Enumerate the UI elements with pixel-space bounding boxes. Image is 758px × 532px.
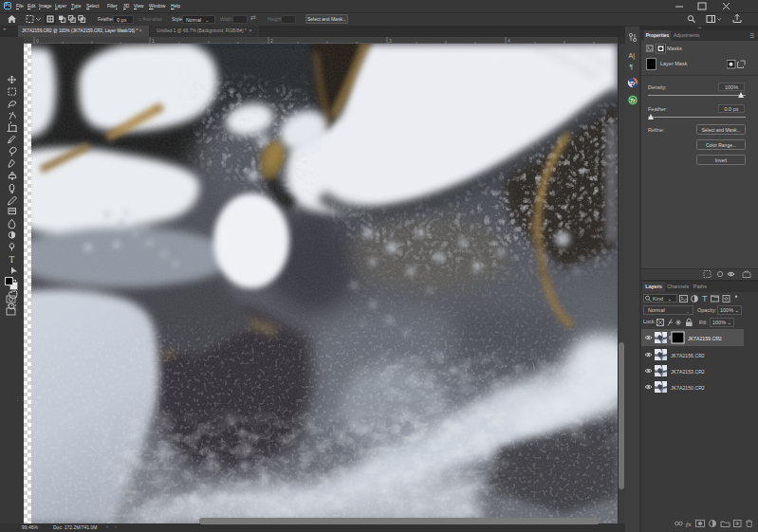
- svg-text:1: 1: [152, 38, 155, 44]
- svg-text:Tr: Tr: [630, 98, 636, 103]
- svg-text:JK7A2150.CR2: JK7A2150.CR2: [671, 385, 705, 391]
- svg-text:fx: fx: [686, 521, 692, 528]
- svg-text:Tr: Tr: [630, 81, 636, 86]
- svg-text:2: 2: [270, 38, 273, 44]
- svg-text:4: 4: [508, 38, 510, 44]
- svg-text:JK7A2153.CR2: JK7A2153.CR2: [671, 369, 705, 375]
- svg-text:JK7A2159.CR2: JK7A2159.CR2: [688, 336, 722, 341]
- svg-text:A|: A|: [629, 52, 636, 60]
- svg-text:T: T: [9, 255, 15, 265]
- svg-text:¶: ¶: [630, 64, 634, 70]
- svg-text:T: T: [702, 294, 708, 303]
- svg-text:0: 0: [36, 38, 39, 44]
- svg-text:JK7A2156.CR2: JK7A2156.CR2: [671, 353, 705, 358]
- svg-text:3: 3: [389, 38, 392, 44]
